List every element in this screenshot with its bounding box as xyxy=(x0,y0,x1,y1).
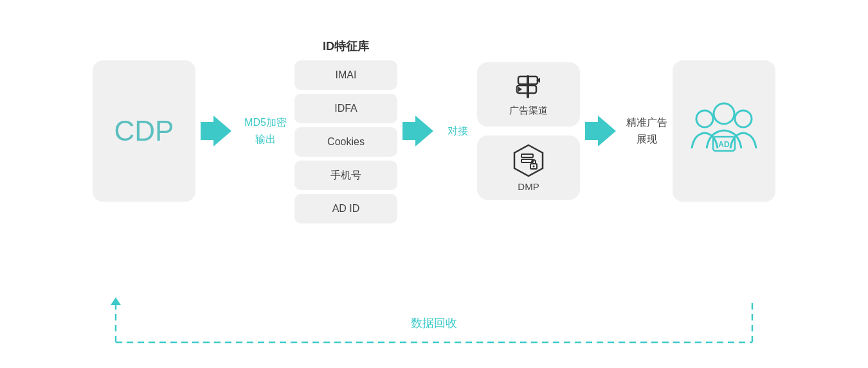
arrow-3 xyxy=(585,116,616,146)
main-container: CDP MD5加密 输出 ID特征库 IMAI IDFA Cookies 手机号… xyxy=(0,0,868,368)
svg-rect-7 xyxy=(521,154,533,157)
cdp-label: CDP xyxy=(114,115,174,147)
arrow-1-body xyxy=(201,122,213,140)
arrow-1 xyxy=(201,116,231,146)
channels-section: 广告渠道 DMP xyxy=(477,62,580,200)
feedback-dashed-svg xyxy=(96,297,772,349)
arrow-1-head xyxy=(213,116,231,146)
arrow-2-head xyxy=(415,116,433,146)
channel-label-adchannel: 广告渠道 xyxy=(509,105,548,117)
dmp-icon xyxy=(512,144,545,177)
svg-point-11 xyxy=(696,110,713,127)
id-lib-item-imai: IMAI xyxy=(294,60,397,90)
id-lib-item-idfa: IDFA xyxy=(294,94,397,123)
arrow-3-body xyxy=(585,122,598,140)
feedback-section: 数据回收 xyxy=(0,297,868,349)
svg-text:AD: AD xyxy=(718,140,730,149)
arrow-2 xyxy=(402,116,433,146)
arrow-3-head xyxy=(598,116,616,146)
docking-label: 对接 xyxy=(439,125,477,138)
svg-point-10 xyxy=(533,165,535,167)
svg-marker-6 xyxy=(514,145,543,176)
precise-line1: 精准广告 xyxy=(626,117,667,128)
precise-label: 精准广告 展现 xyxy=(621,114,673,147)
id-lib-item-adid: AD ID xyxy=(294,194,397,223)
svg-rect-0 xyxy=(527,75,529,98)
cdp-box: CDP xyxy=(93,60,195,202)
ad-box: AD xyxy=(673,60,775,202)
svg-point-13 xyxy=(714,103,734,124)
id-lib-list: IMAI IDFA Cookies 手机号 AD ID xyxy=(294,60,397,223)
id-lib-section: ID特征库 IMAI IDFA Cookies 手机号 AD ID xyxy=(294,39,397,223)
arrow-2-body xyxy=(402,122,415,140)
feedback-dashed-area: 数据回收 xyxy=(96,297,772,349)
signpost-icon xyxy=(512,73,545,101)
md5-line2: 输出 xyxy=(255,131,276,148)
channel-label-dmp: DMP xyxy=(518,181,539,192)
md5-label: MD5加密 输出 xyxy=(237,114,294,147)
svg-marker-19 xyxy=(111,297,121,305)
channel-box-adchannel: 广告渠道 xyxy=(477,62,580,127)
svg-marker-5 xyxy=(518,87,522,92)
precise-line2: 展现 xyxy=(637,134,657,145)
md5-line1: MD5加密 xyxy=(244,114,287,131)
id-lib-item-phone: 手机号 xyxy=(294,161,397,190)
ad-audience-icon: AD xyxy=(689,96,759,166)
id-lib-item-cookies: Cookies xyxy=(294,127,397,157)
id-lib-title: ID特征库 xyxy=(323,39,369,54)
channel-box-dmp: DMP xyxy=(477,136,580,200)
svg-point-12 xyxy=(735,110,752,127)
flow-row: CDP MD5加密 输出 ID特征库 IMAI IDFA Cookies 手机号… xyxy=(93,39,775,223)
